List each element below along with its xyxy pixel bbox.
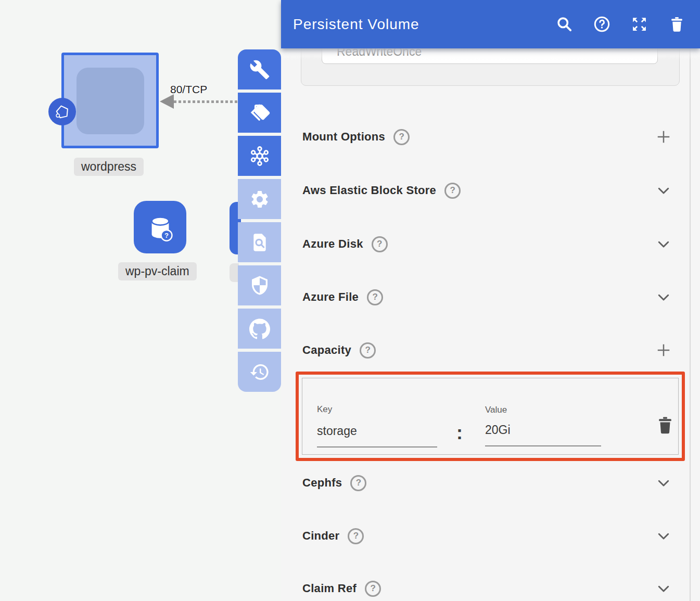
gear-icon	[249, 189, 270, 210]
edge-port-label: 80/TCP	[170, 83, 207, 96]
chevron-down-icon[interactable]	[655, 288, 672, 306]
delete-row-icon[interactable]	[655, 415, 675, 436]
section-label: Cephfs	[302, 476, 342, 490]
shield-icon	[249, 275, 270, 296]
node-wordpress[interactable]	[61, 53, 159, 148]
chevron-down-icon[interactable]	[655, 235, 672, 253]
value-input[interactable]: 20Gi	[485, 423, 511, 437]
help-icon[interactable]: ?	[393, 129, 410, 145]
delete-icon[interactable]	[668, 16, 685, 33]
section-label: Mount Options	[302, 130, 385, 144]
help-icon[interactable]	[593, 16, 610, 33]
panel-title: Persistent Volume	[293, 16, 419, 33]
scroll-area-divider[interactable]	[690, 48, 691, 601]
github-icon	[249, 318, 270, 339]
section-cephfs[interactable]: Cephfs ?	[302, 472, 672, 494]
service-edge	[174, 100, 238, 103]
section-label: Claim Ref	[302, 582, 357, 595]
header-fade	[281, 48, 700, 61]
history-tool-button[interactable]	[238, 352, 281, 392]
history-icon	[249, 362, 270, 382]
section-azure-file[interactable]: Azure File ?	[302, 286, 672, 308]
key-underline	[317, 446, 437, 447]
node-wordpress-inner	[77, 68, 144, 134]
help-icon[interactable]: ?	[367, 289, 383, 305]
help-icon[interactable]: ?	[444, 183, 461, 199]
pod-badge-icon	[48, 98, 76, 125]
question-badge-icon: ?	[164, 232, 169, 239]
tag-icon	[249, 103, 270, 123]
search-icon[interactable]	[556, 16, 573, 33]
add-icon[interactable]	[655, 341, 672, 359]
help-icon[interactable]: ?	[372, 236, 388, 252]
key-label: Key	[317, 404, 332, 415]
doc-search-icon	[249, 232, 270, 253]
shield-tool-button[interactable]	[238, 265, 281, 305]
help-icon[interactable]: ?	[350, 475, 366, 491]
chevron-down-icon[interactable]	[655, 182, 672, 199]
capacity-row-highlight: Key storage : Value 20Gi	[296, 372, 685, 461]
wrench-tool-button[interactable]	[238, 49, 281, 89]
edge-arrowhead-icon	[160, 94, 174, 109]
pentagon-icon	[52, 101, 73, 122]
value-underline	[485, 445, 601, 446]
capacity-row: Key storage : Value 20Gi	[302, 378, 679, 455]
tag-tool-button[interactable]	[238, 93, 281, 133]
chevron-down-icon[interactable]	[655, 474, 672, 492]
hub-icon	[249, 146, 270, 167]
kv-separator: :	[456, 422, 463, 444]
chevron-down-icon[interactable]	[655, 527, 672, 545]
kubernetes-editor-app: wordpress 80/TCP ? wp-pv-claim	[0, 0, 700, 601]
node-wp-pv-claim[interactable]: ?	[134, 201, 186, 253]
value-label: Value	[485, 405, 507, 415]
section-label: Capacity	[302, 343, 351, 357]
node-label-wp-pv-claim: wp-pv-claim	[118, 262, 197, 280]
section-capacity[interactable]: Capacity ?	[302, 339, 672, 361]
add-icon[interactable]	[655, 128, 672, 146]
section-mount-options[interactable]: Mount Options ?	[302, 126, 672, 148]
help-icon[interactable]: ?	[360, 342, 376, 359]
github-tool-button[interactable]	[238, 309, 281, 349]
section-label: Azure Disk	[302, 237, 363, 251]
section-label: Cinder	[302, 529, 339, 543]
help-icon[interactable]: ?	[365, 581, 381, 597]
key-input[interactable]: storage	[317, 424, 357, 438]
wrench-icon	[249, 59, 270, 80]
persistent-volume-panel: ReadWriteOnce Persistent Volume	[281, 0, 700, 601]
hub-tool-button[interactable]	[238, 136, 281, 176]
expand-icon[interactable]	[631, 16, 648, 33]
diagram-toolbar	[238, 49, 281, 392]
database-icon: ?	[142, 209, 179, 246]
settings-tool-button[interactable]	[238, 179, 281, 219]
help-icon[interactable]: ?	[348, 528, 364, 544]
node-label-wordpress: wordpress	[74, 158, 144, 176]
section-label: Azure File	[302, 290, 359, 304]
section-azure-disk[interactable]: Azure Disk ?	[302, 233, 672, 255]
section-claim-ref[interactable]: Claim Ref ?	[302, 578, 672, 599]
chevron-down-icon[interactable]	[655, 580, 672, 597]
doc-search-tool-button[interactable]	[238, 222, 281, 262]
section-label: Aws Elastic Block Store	[302, 184, 436, 197]
section-cinder[interactable]: Cinder ?	[302, 525, 672, 547]
section-aws-ebs[interactable]: Aws Elastic Block Store ?	[302, 180, 672, 201]
panel-header: Persistent Volume	[281, 0, 700, 48]
